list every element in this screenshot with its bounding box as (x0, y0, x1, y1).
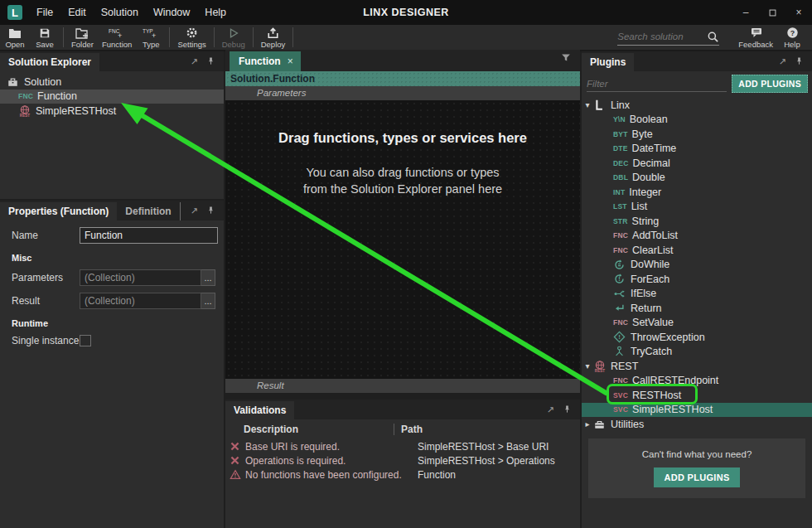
menu-item-help[interactable]: Help (197, 0, 234, 25)
plugin-item-double[interactable]: DBLDouble (582, 171, 812, 186)
tab-function[interactable]: Function × (230, 51, 301, 71)
plugin-group-rest[interactable]: ▾RESTREST (582, 359, 812, 374)
solution-icon (7, 75, 20, 89)
plugin-item-foreach[interactable]: !ForEach (582, 272, 812, 287)
plugin-item-decimal[interactable]: DECDecimal (582, 156, 812, 171)
function-canvas[interactable]: Drag functions, types or services here Y… (225, 100, 580, 379)
result-ellipsis-button[interactable]: ... (201, 293, 215, 309)
add-plugins-button-bottom[interactable]: ADD PLUGINS (654, 467, 739, 487)
popout-icon[interactable]: ↗ (191, 57, 198, 66)
chevron-down-icon[interactable]: ▾ (582, 100, 593, 109)
pin-icon[interactable] (563, 404, 572, 416)
menu-item-file[interactable]: File (29, 0, 60, 25)
popout-icon[interactable]: ↗ (547, 405, 554, 414)
name-field[interactable] (80, 227, 218, 244)
toolbar-separator (169, 27, 170, 47)
toolbar-button-save[interactable]: Save (30, 25, 60, 50)
toolbar-button-type[interactable]: TYP+Type (136, 25, 166, 50)
plugin-item-setvalue[interactable]: FNCSetValue (582, 316, 812, 331)
feedback-icon (749, 27, 763, 39)
plugin-item-resthost[interactable]: SVCRESTHost (582, 388, 812, 403)
rest-globe-icon: REST (18, 104, 31, 118)
maximize-button[interactable] (759, 0, 785, 25)
toolbar-button-function[interactable]: FNC+Function (98, 25, 136, 50)
window-controls: – × (732, 0, 812, 25)
drop-zone-title: Drag functions, types or services here (225, 130, 580, 146)
menu-item-edit[interactable]: Edit (60, 0, 94, 25)
toolbar-button-deploy[interactable]: Deploy (257, 25, 290, 50)
open-folder-icon (8, 27, 22, 39)
toolbar-button-settings[interactable]: Settings (173, 25, 210, 50)
pin-icon[interactable] (795, 56, 804, 68)
typ-plus-icon: TYP+ (143, 27, 159, 39)
maximize-icon (768, 8, 777, 17)
toolbar-button-feedback[interactable]: Feedback (734, 25, 777, 50)
plugin-item-trycatch[interactable]: TryCatch (582, 345, 812, 360)
tab-definition[interactable]: Definition (117, 202, 180, 220)
parameters-section-bar[interactable]: Parameters (225, 86, 580, 100)
toolbar-button-folder[interactable]: Folder (67, 25, 98, 50)
menu-item-solution[interactable]: Solution (94, 0, 146, 25)
linx-logo-icon (593, 99, 607, 112)
plugin-item-datetime[interactable]: DTEDateTime (582, 142, 812, 157)
chevron-right-icon[interactable]: ▸ (582, 419, 593, 429)
validation-row: Operations is required.SimpleRESTHost > … (225, 453, 580, 467)
plugin-item-dowhile[interactable]: DoWhile (582, 258, 812, 273)
filter-funnel-icon[interactable] (552, 51, 580, 71)
pin-icon[interactable] (206, 56, 215, 68)
solution-tree-item-simpleresthost[interactable]: RESTSimpleRESTHost (0, 104, 224, 119)
plugin-item-string[interactable]: STRString (582, 214, 812, 229)
menu-item-window[interactable]: Window (146, 0, 197, 25)
toolbar-button-open[interactable]: Open (0, 25, 30, 50)
return-icon (613, 302, 626, 315)
plugin-item-list[interactable]: LSTList (582, 200, 812, 215)
plugins-title: Plugins (582, 53, 634, 71)
plugin-item-throwexception[interactable]: !ThrowException (582, 330, 812, 345)
search-solution-input[interactable] (617, 31, 707, 41)
plugin-item-byte[interactable]: BYTByte (582, 127, 812, 142)
plugin-item-ifelse[interactable]: IfElse (582, 287, 812, 302)
single-instance-checkbox[interactable] (80, 335, 91, 346)
solution-tree-item-solution[interactable]: Solution (0, 75, 224, 90)
add-plugins-button[interactable]: ADD PLUGINS (732, 75, 808, 93)
close-button[interactable]: × (785, 0, 812, 25)
search-solution (617, 29, 719, 46)
toolbar-button-help[interactable]: ?Help (777, 25, 807, 50)
plugins-tree: ▾LinxY\NBooleanBYTByteDTEDateTimeDECDeci… (582, 98, 812, 432)
validations-header: Validations ↗ (225, 400, 580, 419)
plugin-item-simpleresthost[interactable]: SVCSimpleRESTHost (582, 403, 812, 418)
plugin-item-callrestendpoint[interactable]: FNCCallRESTEndpoint (582, 374, 812, 389)
plugin-group-utilities[interactable]: ▸Utilities (582, 417, 812, 432)
toolbar-button-debug: Debug (218, 25, 249, 50)
plugin-item-addtolist[interactable]: FNCAddToList (582, 229, 812, 244)
minimize-button[interactable]: – (732, 0, 759, 25)
plugins-filter-input[interactable] (587, 75, 727, 92)
breadcrumb: Solution.Function (225, 71, 580, 86)
plugin-group-linx[interactable]: ▾Linx (582, 98, 812, 113)
solution-tree-item-function[interactable]: FNCFunction (0, 90, 224, 104)
error-x-icon (230, 455, 243, 466)
svg-text:?: ? (790, 28, 794, 36)
popout-icon[interactable]: ↗ (779, 57, 786, 66)
result-field[interactable]: (Collection) (80, 293, 201, 309)
title-bar: L FileEditSolutionWindowHelp LINX DESIGN… (0, 0, 812, 25)
tab-properties-function-[interactable]: Properties (Function) (0, 202, 117, 220)
plugin-item-return[interactable]: Return (582, 301, 812, 316)
result-section-bar[interactable]: Result (225, 379, 580, 393)
pin-icon[interactable] (206, 205, 215, 217)
folder-plus-icon (75, 27, 89, 39)
parameters-field[interactable]: (Collection) (80, 269, 201, 286)
plugin-item-integer[interactable]: INTInteger (582, 185, 812, 200)
drop-zone-hint: You can also drag functions or types fro… (225, 164, 580, 197)
plugin-item-boolean[interactable]: Y\NBoolean (582, 113, 812, 128)
tab-close-icon[interactable]: × (288, 56, 293, 67)
chevron-down-icon[interactable]: ▾ (582, 361, 593, 371)
save-icon (39, 27, 51, 39)
plugin-item-clearlist[interactable]: FNCClearList (582, 243, 812, 258)
popout-icon[interactable]: ↗ (191, 206, 198, 216)
trycatch-icon (613, 345, 626, 358)
toolbar: OpenSaveFolderFNC+FunctionTYP+TypeSettin… (0, 25, 812, 51)
toolbar-separator (253, 27, 254, 47)
plugins-panel: Plugins ↗ ADD PLUGINS ▾LinxY\NBooleanBYT… (582, 51, 812, 528)
parameters-ellipsis-button[interactable]: ... (201, 269, 215, 286)
